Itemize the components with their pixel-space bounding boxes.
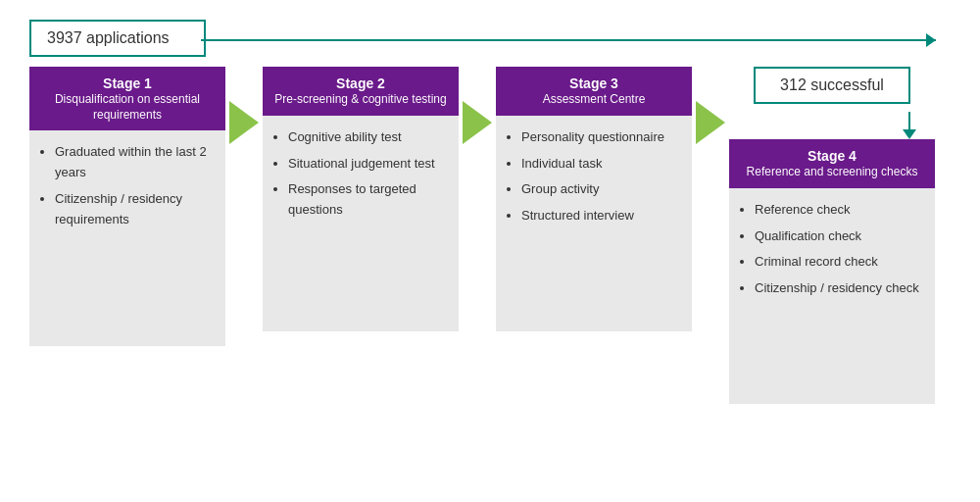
- stage-3-content: Personality questionnaire Individual tas…: [496, 116, 692, 331]
- arrow-right-icon: [463, 101, 492, 144]
- stage-3-title: Stage 3: [506, 75, 682, 92]
- list-item: Cognitive ability test: [288, 127, 447, 148]
- stage-2-subtitle: Pre-screening & cognitive testing: [272, 92, 449, 108]
- stage-4-header: Stage 4 Reference and screening checks: [729, 139, 935, 188]
- stage-2-header: Stage 2 Pre-screening & cognitive testin…: [263, 67, 459, 116]
- diagram-container: 3937 applications Stage 1 Disqualificati…: [0, 0, 980, 502]
- arrow-2-3: [463, 67, 492, 144]
- stage-1-title: Stage 1: [39, 75, 216, 92]
- successful-box: 312 successful: [754, 67, 910, 104]
- arrow-3-4: [696, 67, 725, 144]
- list-item: Structured interview: [521, 206, 680, 226]
- list-item: Personality questionnaire: [521, 127, 680, 148]
- stage-4-content: Reference check Qualification check Crim…: [729, 188, 935, 404]
- stage-3-subtitle: Assessment Centre: [506, 92, 682, 108]
- right-section: 312 successful Stage 4 Reference and scr…: [729, 67, 935, 404]
- list-item: Criminal record check: [755, 252, 923, 273]
- stage-1-list: Graduated within the last 2 years Citize…: [37, 142, 214, 229]
- stage-2-content: Cognitive ability test Situational judge…: [263, 116, 459, 331]
- stage-4-list: Reference check Qualification check Crim…: [737, 200, 923, 299]
- list-item: Situational judgement test: [288, 154, 447, 175]
- list-item: Citizenship / residency requirements: [55, 189, 214, 230]
- stage-1-content: Graduated within the last 2 years Citize…: [29, 130, 225, 346]
- stage-2-list: Cognitive ability test Situational judge…: [270, 127, 447, 221]
- applications-box: 3937 applications: [29, 20, 206, 57]
- stage-1-block: Stage 1 Disqualification on essential re…: [29, 67, 225, 346]
- list-item: Responses to targeted questions: [288, 179, 447, 221]
- list-item: Reference check: [755, 200, 923, 221]
- arrow-right-icon: [229, 101, 259, 144]
- arrow-1-2: [229, 67, 259, 144]
- arrow-right-icon: [696, 101, 725, 144]
- list-item: Group activity: [521, 179, 680, 200]
- stage-1-subtitle: Disqualification on essential requiremen…: [39, 92, 216, 123]
- stage-3-list: Personality questionnaire Individual tas…: [504, 127, 680, 226]
- stage-3-header: Stage 3 Assessment Centre: [496, 67, 692, 116]
- stage-4-title: Stage 4: [739, 147, 925, 165]
- stage-3-block: Stage 3 Assessment Centre Personality qu…: [496, 67, 692, 331]
- top-row: 3937 applications: [29, 20, 951, 57]
- stage-4-subtitle: Reference and screening checks: [739, 165, 925, 180]
- list-item: Graduated within the last 2 years: [55, 142, 214, 183]
- top-connector-line: [201, 39, 936, 41]
- vertical-arrow-icon: [908, 112, 910, 131]
- applications-label: 3937 applications: [47, 29, 170, 46]
- successful-label: 312 successful: [780, 76, 884, 93]
- list-item: Citizenship / residency check: [755, 278, 923, 299]
- list-item: Qualification check: [755, 226, 923, 247]
- stage-4-block: Stage 4 Reference and screening checks R…: [729, 139, 935, 404]
- stages-row: Stage 1 Disqualification on essential re…: [29, 67, 951, 482]
- stage-1-header: Stage 1 Disqualification on essential re…: [29, 67, 225, 130]
- list-item: Individual task: [521, 154, 680, 175]
- stage-2-title: Stage 2: [272, 75, 449, 92]
- stage-2-block: Stage 2 Pre-screening & cognitive testin…: [263, 67, 459, 331]
